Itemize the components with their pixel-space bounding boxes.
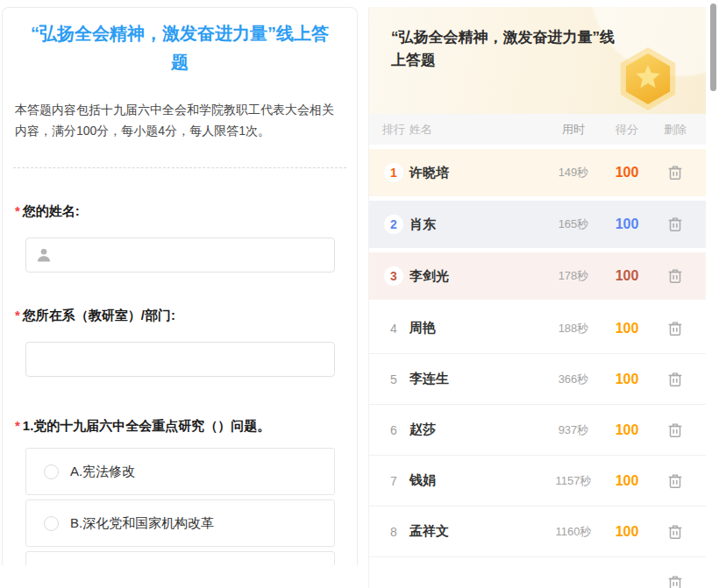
table-row: 8 孟祥文 1160秒 100 <box>369 507 706 557</box>
score-value: 100 <box>601 165 652 181</box>
column-delete: 删除 <box>652 122 698 138</box>
time-used: 1160秒 <box>545 524 601 540</box>
time-used: 178秒 <box>545 268 601 284</box>
trash-icon[interactable] <box>666 266 685 286</box>
radio-icon[interactable] <box>44 516 59 531</box>
answer-option-a[interactable]: A.宪法修改 <box>25 448 335 495</box>
leaderboard-header: “弘扬全会精神，激发奋进力量”线上答题 <box>369 7 706 114</box>
rank-badge: 6 <box>390 423 397 437</box>
column-name: 姓名 <box>409 122 545 138</box>
rank-badge: 3 <box>384 266 403 286</box>
table-row: 2 肖东 165秒 100 <box>369 201 706 248</box>
trash-icon[interactable] <box>666 573 685 588</box>
score-value: 100 <box>601 268 652 284</box>
column-score: 得分 <box>601 122 652 138</box>
rank-badge: 7 <box>390 474 397 488</box>
time-used: 1157秒 <box>545 473 601 489</box>
department-input-wrap <box>25 342 335 377</box>
person-icon <box>35 246 53 264</box>
gold-star-medal-icon <box>613 42 683 112</box>
trash-icon[interactable] <box>666 370 685 389</box>
player-name: 李剑光 <box>409 268 545 285</box>
leaderboard-panel: “弘扬全会精神，激发奋进力量”线上答题 排行 姓名 用时 得分 删除 1 许晓培… <box>368 7 706 588</box>
form-description: 本答题内容包括十九届六中全会和学院教职工代表大会相关内容，满分100分，每小题4… <box>3 99 357 141</box>
time-used: 366秒 <box>545 372 601 387</box>
trash-icon[interactable] <box>666 522 685 542</box>
score-value: 100 <box>601 524 652 540</box>
time-used: 937秒 <box>545 422 601 438</box>
column-rank: 排行 <box>378 122 409 138</box>
answer-option-label: A.宪法修改 <box>70 464 135 480</box>
column-time: 用时 <box>545 122 601 138</box>
trash-icon[interactable] <box>666 163 685 182</box>
player-name: 李连生 <box>409 371 545 387</box>
trash-icon[interactable] <box>666 215 685 234</box>
rank-badge: 2 <box>384 215 403 234</box>
player-name: 孟祥文 <box>409 523 545 540</box>
answer-option-label: B.深化党和国家机构改革 <box>70 515 214 532</box>
player-name: 钱娟 <box>409 472 545 489</box>
table-row: 4 周艳 188秒 100 <box>369 303 706 354</box>
name-input[interactable] <box>25 237 335 273</box>
scrollbar[interactable] <box>710 0 717 588</box>
rank-badge: 1 <box>384 163 403 182</box>
name-field-label: *您的姓名: <box>3 203 357 220</box>
scrollbar-thumb[interactable] <box>710 4 716 91</box>
rank-badge: 8 <box>390 525 397 539</box>
time-used: 149秒 <box>545 165 601 181</box>
required-asterisk: * <box>15 418 20 433</box>
divider <box>13 167 346 168</box>
time-used: 165秒 <box>545 216 601 232</box>
required-asterisk: * <box>15 308 20 322</box>
player-name: 肖东 <box>409 216 545 233</box>
answer-option-partial[interactable] <box>25 551 335 565</box>
required-asterisk: * <box>15 203 20 218</box>
answer-options: A.宪法修改 B.深化党和国家机构改革 <box>25 448 335 565</box>
department-input[interactable] <box>25 342 335 377</box>
score-value: 100 <box>601 321 652 337</box>
answer-option-b[interactable]: B.深化党和国家机构改革 <box>25 499 335 547</box>
table-row: 3 李剑光 178秒 100 <box>369 252 706 300</box>
table-row: 6 赵莎 937秒 100 <box>369 405 706 456</box>
score-value: 100 <box>601 372 652 387</box>
trash-icon[interactable] <box>666 471 685 491</box>
rank-badge: 5 <box>390 372 397 386</box>
table-row: 1 许晓培 149秒 100 <box>369 149 706 196</box>
rank-badge: 4 <box>390 322 397 336</box>
player-name: 赵莎 <box>409 422 545 438</box>
form-title: “弘扬全会精神，激发奋进力量”线上答题 <box>3 19 357 77</box>
table-row: 7 钱娟 1157秒 100 <box>369 456 706 507</box>
name-input-wrap <box>25 237 335 273</box>
player-name: 周艳 <box>409 320 545 337</box>
table-header-row: 排行 姓名 用时 得分 删除 <box>369 114 706 145</box>
player-name: 许晓培 <box>409 165 545 181</box>
trash-icon[interactable] <box>666 319 685 338</box>
score-value: 100 <box>601 216 652 232</box>
time-used: 188秒 <box>545 321 601 337</box>
radio-icon[interactable] <box>44 464 59 479</box>
trash-icon[interactable] <box>666 421 685 440</box>
score-value: 100 <box>601 422 652 438</box>
table-row-partial <box>369 557 706 588</box>
table-row: 5 李连生 366秒 100 <box>369 354 706 405</box>
score-value: 100 <box>601 473 652 489</box>
department-field-label: *您所在系（教研室）/部门: <box>3 308 357 324</box>
quiz-form-card: “弘扬全会精神，激发奋进力量”线上答题 本答题内容包括十九届六中全会和学院教职工… <box>2 7 358 565</box>
question-1-label: *1.党的十九届六中全会重点研究（）问题。 <box>3 418 357 434</box>
